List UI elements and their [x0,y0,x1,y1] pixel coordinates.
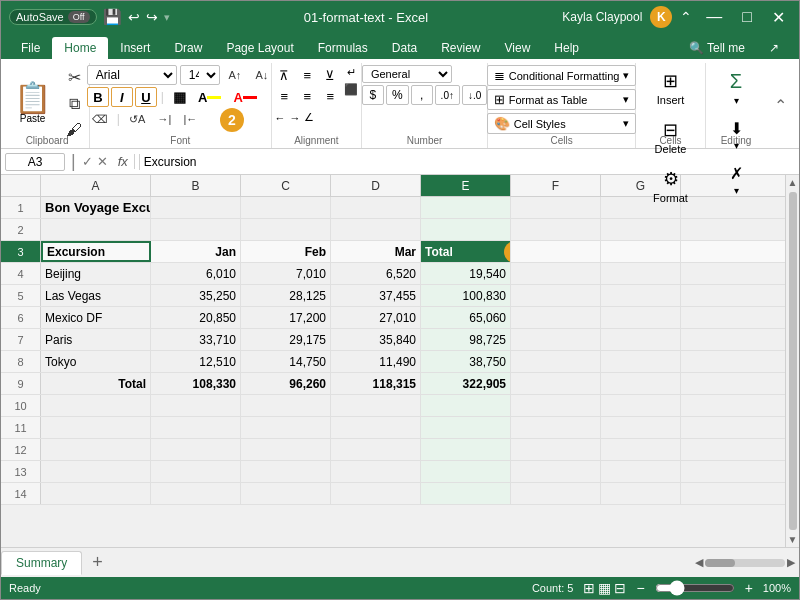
cell-D8[interactable]: 11,490 [331,351,421,372]
border-button[interactable]: ▦ [168,87,191,107]
cell-D13[interactable] [331,461,421,482]
cell-A5[interactable]: Las Vegas [41,285,151,306]
wrap-text-button[interactable]: ↵ [343,65,359,80]
cell-A1[interactable]: Bon Voyage Excursions [41,197,151,218]
align-left-button[interactable]: ≡ [273,86,295,106]
horizontal-scrollbar[interactable]: ◀ ▶ [695,556,799,569]
row-num-10[interactable]: 10 [1,395,41,416]
scroll-left-button[interactable]: ◀ [695,556,703,569]
number-format-select[interactable]: General [362,65,452,83]
cell-B13[interactable] [151,461,241,482]
cell-A12[interactable] [41,439,151,460]
cell-D2[interactable] [331,219,421,240]
insert-cells-button[interactable]: ⊞ Insert [646,65,696,111]
normal-view-button[interactable]: ⊞ [583,580,595,596]
cell-C2[interactable] [241,219,331,240]
scroll-up-button[interactable]: ▲ [786,175,799,190]
col-header-B[interactable]: B [151,175,241,196]
align-center-button[interactable]: ≡ [296,86,318,106]
tab-data[interactable]: Data [380,37,429,59]
maximize-button[interactable]: □ [736,6,758,28]
cell-G10[interactable] [601,395,681,416]
underline-button[interactable]: U [135,87,157,107]
cell-G9[interactable] [601,373,681,394]
rotate-text-button[interactable]: ↺A [124,109,150,129]
cell-F11[interactable] [511,417,601,438]
row-num-2[interactable]: 2 [1,219,41,240]
cell-C14[interactable] [241,483,331,504]
cell-E12[interactable] [421,439,511,460]
bold-button[interactable]: B [87,87,109,107]
cell-A4[interactable]: Beijing [41,263,151,284]
decrease-decimal-button[interactable]: ↓.0 [462,85,487,105]
row-num-7[interactable]: 7 [1,329,41,350]
share-button[interactable]: ↗ [757,37,791,59]
currency-button[interactable]: $ [362,85,384,105]
cell-D4[interactable]: 6,520 [331,263,421,284]
cell-C5[interactable]: 28,125 [241,285,331,306]
fill-color-button[interactable]: A [193,87,226,107]
increase-indent-button[interactable]: → [288,110,301,125]
cell-A10[interactable] [41,395,151,416]
row-num-8[interactable]: 8 [1,351,41,372]
decrease-font-icon[interactable]: A↓ [250,65,274,85]
cell-E10[interactable] [421,395,511,416]
cell-F2[interactable] [511,219,601,240]
cell-G13[interactable] [601,461,681,482]
cell-F4[interactable] [511,263,601,284]
cell-C12[interactable] [241,439,331,460]
cell-F3[interactable] [511,241,601,262]
col-header-C[interactable]: C [241,175,331,196]
cell-F6[interactable] [511,307,601,328]
cell-C1[interactable] [241,197,331,218]
cell-B14[interactable] [151,483,241,504]
comma-button[interactable]: , [411,85,433,105]
cell-E11[interactable] [421,417,511,438]
tab-review[interactable]: Review [429,37,492,59]
cell-A3[interactable]: Excursion [41,241,151,262]
cell-E13[interactable] [421,461,511,482]
col-header-E[interactable]: E [421,175,511,196]
cell-E2[interactable] [421,219,511,240]
merge-center-button[interactable]: ⬛ [343,82,359,97]
cell-G14[interactable] [601,483,681,504]
row-num-5[interactable]: 5 [1,285,41,306]
tab-help[interactable]: Help [542,37,591,59]
outdent-button[interactable]: |← [178,109,202,129]
cell-A13[interactable] [41,461,151,482]
cell-G8[interactable] [601,351,681,372]
tell-me[interactable]: 🔍 Tell me [677,37,757,59]
col-header-A[interactable]: A [41,175,151,196]
cell-B4[interactable]: 6,010 [151,263,241,284]
cell-E9[interactable]: 322,905 [421,373,511,394]
scroll-right-button[interactable]: ▶ [787,556,795,569]
cell-G5[interactable] [601,285,681,306]
tab-insert[interactable]: Insert [108,37,162,59]
cell-A2[interactable] [41,219,151,240]
cell-B10[interactable] [151,395,241,416]
scroll-down-button[interactable]: ▼ [786,532,799,547]
close-button[interactable]: ✕ [766,6,791,29]
row-num-12[interactable]: 12 [1,439,41,460]
row-num-3[interactable]: 3 [1,241,41,262]
cell-E3[interactable]: Total 1 [421,241,511,262]
ribbon-toggle[interactable]: ⌃ [680,9,692,25]
cell-G12[interactable] [601,439,681,460]
cell-C3[interactable]: Feb [241,241,331,262]
cell-F8[interactable] [511,351,601,372]
cell-A8[interactable]: Tokyo [41,351,151,372]
zoom-out-button[interactable]: − [636,580,644,596]
collapse-ribbon-button[interactable]: ⌃ [766,63,795,148]
align-right-button[interactable]: ≡ [319,86,341,106]
increase-decimal-button[interactable]: .0↑ [435,85,460,105]
cell-E7[interactable]: 98,725 [421,329,511,350]
col-header-D[interactable]: D [331,175,421,196]
cell-F1[interactable] [511,197,601,218]
cell-styles-button[interactable]: 🎨 Cell Styles ▾ [487,113,637,134]
conditional-formatting-button[interactable]: ≣ Conditional Formatting ▾ [487,65,637,86]
cell-D14[interactable] [331,483,421,504]
minimize-button[interactable]: — [700,6,728,28]
cell-C9[interactable]: 96,260 [241,373,331,394]
indent-button[interactable]: →| [152,109,176,129]
cell-F13[interactable] [511,461,601,482]
